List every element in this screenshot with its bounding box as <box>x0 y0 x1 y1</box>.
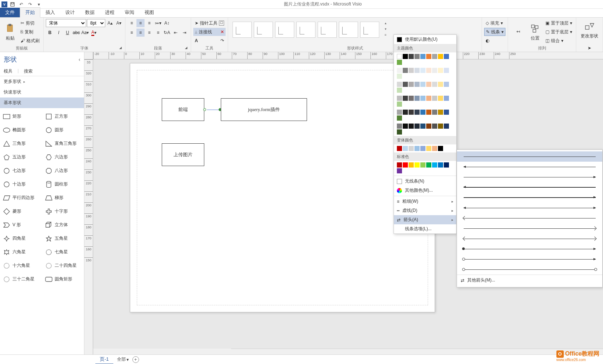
color-swatch[interactable] <box>426 146 431 151</box>
tab-file[interactable]: 文件 <box>0 8 20 17</box>
connector-line[interactable] <box>207 110 219 110</box>
color-swatch[interactable] <box>409 96 414 101</box>
arrow-style-right[interactable] <box>457 172 602 182</box>
color-swatch[interactable] <box>397 68 402 73</box>
group-button[interactable]: ◫组合▾ <box>544 37 574 45</box>
change-case-icon[interactable]: Aa▾ <box>81 29 89 37</box>
style-item[interactable] <box>254 22 273 38</box>
line-options-item[interactable]: 线条选项(L)... <box>394 224 456 234</box>
drawing-page[interactable]: 前端 jquery.form插件 上传图片 <box>130 63 435 312</box>
color-swatch[interactable] <box>426 96 431 101</box>
shrink-font-icon[interactable]: A▾ <box>115 19 123 27</box>
color-swatch[interactable] <box>426 124 431 129</box>
color-swatch[interactable] <box>444 68 449 73</box>
shape-stencil-item[interactable]: 立方体 <box>42 218 84 232</box>
color-swatch[interactable] <box>420 96 425 101</box>
align-bottom-icon[interactable]: ≡ <box>145 19 153 27</box>
style-item[interactable] <box>233 22 252 38</box>
basic-shapes-item[interactable]: 基本形状 <box>0 98 84 108</box>
arrow-style-none[interactable] <box>457 151 602 162</box>
color-swatch[interactable] <box>426 162 431 168</box>
color-swatch[interactable] <box>438 124 443 129</box>
shape-stencil-item[interactable]: 圆柱形 <box>42 177 84 191</box>
color-swatch[interactable] <box>444 110 449 115</box>
color-swatch[interactable] <box>438 146 443 151</box>
tab-process[interactable]: 进程 <box>100 8 120 17</box>
color-swatch[interactable] <box>397 168 402 173</box>
color-swatch[interactable] <box>409 124 414 129</box>
color-swatch[interactable] <box>397 162 402 168</box>
color-swatch[interactable] <box>420 82 425 87</box>
color-swatch[interactable] <box>414 110 420 115</box>
color-swatch[interactable] <box>432 162 437 168</box>
color-swatch[interactable] <box>444 162 449 168</box>
qat-redo-icon[interactable]: ↷ <box>26 1 34 8</box>
more-colors-item[interactable]: 其他颜色(M)... <box>394 186 456 195</box>
tab-data[interactable]: 数据 <box>80 8 100 17</box>
color-swatch[interactable] <box>403 82 408 87</box>
shape-stencil-item[interactable]: 十边形 <box>0 177 42 191</box>
decrease-indent-icon[interactable]: ⇤ <box>172 29 180 37</box>
color-swatch[interactable] <box>414 146 420 151</box>
shape-stencil-item[interactable]: 梯形 <box>42 191 84 205</box>
arrow-style-right-solid[interactable] <box>457 192 602 203</box>
color-swatch[interactable] <box>409 82 414 87</box>
qat-save-icon[interactable] <box>9 1 16 8</box>
color-swatch[interactable] <box>432 82 437 87</box>
style-item[interactable] <box>339 22 358 38</box>
color-swatch[interactable] <box>438 54 443 59</box>
color-swatch[interactable] <box>397 129 402 135</box>
color-swatch[interactable] <box>397 96 402 101</box>
shape-stencil-item[interactable]: 矩形 <box>0 110 42 123</box>
color-swatch[interactable] <box>426 54 431 59</box>
gallery-more-icon[interactable]: ≡ <box>383 33 388 38</box>
bold-icon[interactable]: B <box>46 29 54 37</box>
color-swatch[interactable] <box>397 82 402 87</box>
shape-stencil-item[interactable]: 菱形 <box>0 205 42 218</box>
color-swatch[interactable] <box>444 82 449 87</box>
font-size-select[interactable]: 8pt <box>87 19 105 27</box>
arrow-style-open-left[interactable] <box>457 213 602 223</box>
italic-icon[interactable]: I <box>55 29 63 37</box>
shape-stencil-item[interactable]: 十六角星 <box>0 259 42 272</box>
no-line-item[interactable]: 无线条(N) <box>394 177 456 186</box>
shape-stencil-item[interactable]: 三角形 <box>0 137 42 150</box>
copy-button[interactable]: ⎘复制 <box>19 28 41 36</box>
color-swatch[interactable] <box>409 162 414 168</box>
increase-indent-icon[interactable]: ⇥ <box>180 29 189 37</box>
shape-stencil-item[interactable]: 椭圆形 <box>0 123 42 137</box>
text-tool[interactable]: A↷ <box>193 37 226 45</box>
use-default-color-item[interactable]: 使用默认颜色(U) <box>394 35 456 44</box>
color-swatch[interactable] <box>403 68 408 73</box>
color-swatch[interactable] <box>426 68 431 73</box>
search-tab[interactable]: 搜索 <box>24 68 33 74</box>
arrow-style-circle-arrow[interactable] <box>457 254 602 264</box>
weight-item[interactable]: ≡ 粗细(W)▸ <box>394 197 456 206</box>
color-swatch[interactable] <box>397 102 402 107</box>
color-swatch[interactable] <box>397 146 402 151</box>
arrow-style-left-solid[interactable] <box>457 182 602 192</box>
color-swatch[interactable] <box>444 96 449 101</box>
shape-jquery-form[interactable]: jquery.form插件 <box>221 98 307 121</box>
gallery-down-icon[interactable]: ▾ <box>383 27 388 32</box>
cut-button[interactable]: ✂剪切 <box>19 19 41 27</box>
align-justify-icon[interactable]: ≡ <box>154 29 162 37</box>
bring-front-button[interactable]: ▣置于顶层▾ <box>544 19 574 27</box>
color-swatch[interactable] <box>414 54 420 59</box>
connector-endpoint[interactable] <box>203 108 206 111</box>
quick-shapes-item[interactable]: 快速形状 <box>0 87 84 98</box>
shape-stencil-item[interactable]: 五边形 <box>0 150 42 164</box>
format-painter-button[interactable]: 🖌格式刷 <box>19 37 41 45</box>
color-swatch[interactable] <box>438 162 443 168</box>
arrow-style-left[interactable] <box>457 162 602 172</box>
style-item[interactable] <box>360 22 379 38</box>
color-swatch[interactable] <box>397 88 402 93</box>
align-button[interactable]: ↤ <box>510 19 526 45</box>
color-swatch[interactable] <box>444 124 449 129</box>
shape-stencil-item[interactable]: 七角星 <box>42 245 84 259</box>
color-swatch[interactable] <box>403 146 408 151</box>
fill-button[interactable]: ◇填充▾ <box>484 19 505 27</box>
align-right-icon[interactable]: ≡ <box>145 29 153 37</box>
align-middle-icon[interactable]: ≡ <box>136 19 145 27</box>
qat-undo-icon[interactable]: ↶ <box>18 1 25 8</box>
